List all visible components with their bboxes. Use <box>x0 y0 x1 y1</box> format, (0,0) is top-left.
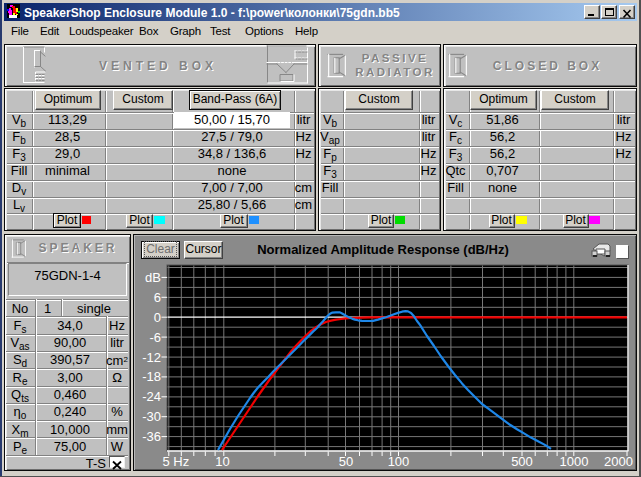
svg-text:dB: dB <box>145 270 161 285</box>
svg-text:5 Hz: 5 Hz <box>163 454 190 469</box>
svg-text:1000: 1000 <box>560 454 589 469</box>
svg-text:10: 10 <box>215 454 229 469</box>
svg-text:-36: -36 <box>142 429 161 444</box>
svg-text:-18: -18 <box>142 369 161 384</box>
svg-text:50: 50 <box>339 454 353 469</box>
svg-text:-30: -30 <box>142 409 161 424</box>
svg-text:500: 500 <box>511 454 533 469</box>
svg-text:0: 0 <box>154 310 161 325</box>
svg-text:-12: -12 <box>142 350 161 365</box>
svg-text:-6: -6 <box>149 330 161 345</box>
svg-text:100: 100 <box>388 454 410 469</box>
svg-text:2000: 2000 <box>604 454 633 469</box>
svg-text:6: 6 <box>154 290 161 305</box>
svg-text:-24: -24 <box>142 389 161 404</box>
